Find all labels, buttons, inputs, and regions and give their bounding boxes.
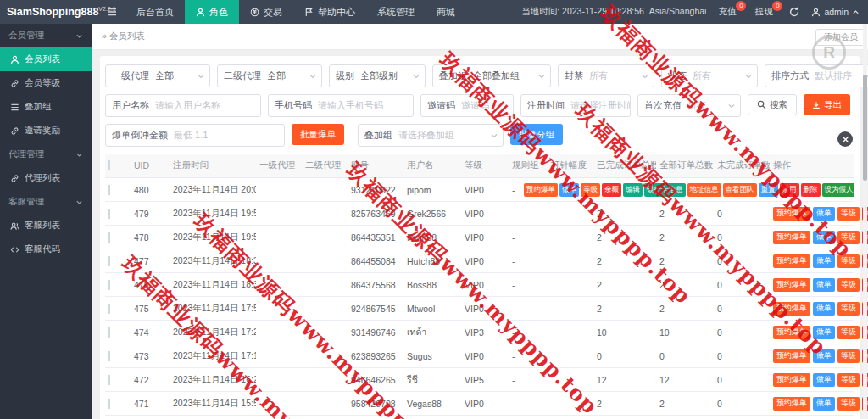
select-all-checkbox[interactable] [108, 160, 110, 170]
sidebar-section-agent-manage[interactable]: 代理管理 [0, 142, 92, 166]
sidebar-section-member-manage[interactable]: 会员管理 [0, 24, 92, 47]
filter-sort[interactable]: 排序方式默认排序 [765, 64, 868, 87]
filter-stack-group[interactable]: 叠加组全部叠加组 [432, 64, 551, 87]
row-checkbox[interactable] [108, 304, 110, 314]
action-reserve-burst[interactable]: 预约爆单 [773, 207, 810, 221]
filter-first-recharge[interactable]: 首次充值所有 [637, 94, 741, 117]
row-checkbox[interactable] [108, 327, 110, 338]
action-reserve-burst[interactable]: 预约爆单 [773, 397, 810, 411]
filter-status[interactable]: 状态所有 [661, 64, 758, 87]
row-checkbox[interactable] [108, 399, 110, 409]
action-reserve-burst[interactable]: 预约爆单 [773, 302, 810, 316]
phone-input[interactable]: 手机号码请输入手机号码 [268, 94, 414, 117]
action-address-info[interactable]: 地址信息 [687, 183, 721, 197]
action-bank-info[interactable]: 银行卡信息 [644, 183, 686, 197]
action-level[interactable]: 等级 [837, 278, 860, 292]
action-reserve-burst[interactable]: 预约爆单 [773, 326, 810, 339]
action-reserve-burst[interactable]: 预约爆单 [773, 373, 810, 387]
action-edit[interactable]: 编辑 [623, 183, 643, 197]
action-make-order[interactable]: 做单 [813, 397, 835, 411]
nav-withdraw[interactable]: 提现0 [754, 6, 777, 18]
search-button[interactable]: 搜索 [748, 94, 797, 115]
row-checkbox[interactable] [108, 351, 110, 361]
cell-actions: 预约爆单做单等级余额··· [770, 278, 868, 292]
action-make-order[interactable]: 做单 [813, 302, 835, 316]
nav-trade[interactable]: 交易 [239, 0, 293, 24]
action-balance[interactable]: 余额 [602, 183, 621, 197]
action-view-team[interactable]: 查看团队 [723, 183, 757, 197]
action-reset[interactable]: 重置 [759, 183, 778, 197]
sidebar-item-agent-list[interactable]: 代理列表 [0, 166, 92, 190]
row-checkbox[interactable] [108, 256, 110, 266]
nav-role[interactable]: 角色 [185, 0, 239, 24]
stack-group-select[interactable]: 叠加组 请选择叠加组 [358, 124, 504, 147]
action-level[interactable]: 等级 [581, 183, 600, 197]
hamburger-icon[interactable] [98, 7, 125, 17]
field-label: 用户名称 [106, 99, 155, 112]
action-level[interactable]: 等级 [837, 373, 860, 387]
action-level[interactable]: 等级 [837, 326, 860, 339]
action-make-order[interactable]: 做单 [559, 183, 579, 197]
register-time-input[interactable]: 注册时间请选择注册时间 [520, 94, 631, 117]
action-level[interactable]: 等级 [837, 254, 860, 268]
filter-first-agent[interactable]: 一级代理全部 [105, 64, 210, 87]
sidebar-section-service-manage[interactable]: 客服管理 [0, 190, 92, 214]
vertical-scrollbar[interactable] [863, 24, 867, 419]
action-reserve-burst[interactable]: 预约爆单 [773, 349, 810, 363]
action-level[interactable]: 等级 [837, 207, 860, 221]
action-reserve-burst[interactable]: 预约爆单 [773, 254, 810, 268]
action-make-order[interactable]: 做单 [813, 254, 835, 268]
bulk-group-button[interactable]: 批量分组 [510, 124, 563, 145]
column-header: UID [131, 160, 170, 170]
nav-recharge[interactable]: 充值0 [718, 6, 741, 18]
nav-help[interactable]: 帮助中心 [293, 0, 366, 24]
cell-level: VIP5 [461, 375, 509, 385]
action-set-bot[interactable]: 设为假人 [822, 183, 855, 197]
action-make-order[interactable]: 做单 [813, 326, 835, 339]
nav-mall[interactable]: 商城 [426, 0, 466, 24]
action-reserve-burst[interactable]: 预约爆单 [773, 278, 810, 292]
action-reserve-burst[interactable]: 预约爆单 [773, 231, 810, 244]
sidebar-item-member-level[interactable]: 会员等级 [0, 71, 92, 95]
link-icon [10, 174, 19, 183]
sidebar-item-invite-reward[interactable]: 邀请奖励 [0, 119, 92, 142]
row-checkbox[interactable] [108, 280, 110, 290]
bulk-burst-button[interactable]: 批量爆单 [292, 124, 344, 145]
action-disable[interactable]: 禁用 [780, 183, 799, 197]
row-checkbox[interactable] [108, 185, 110, 195]
sidebar-item-service-list[interactable]: 客服列表 [0, 214, 92, 237]
sidebar-item-service-code[interactable]: 客服代码 [0, 237, 92, 261]
chevron-down-icon [75, 32, 83, 40]
action-level[interactable]: 等级 [837, 302, 860, 316]
action-level[interactable]: 等级 [837, 231, 860, 244]
filter-ban[interactable]: 封禁所有 [558, 64, 654, 87]
row-checkbox[interactable] [108, 209, 110, 219]
action-level[interactable]: 等级 [837, 397, 860, 411]
row-checkbox[interactable] [108, 375, 110, 385]
nav-item-label: 后台首页 [136, 6, 174, 19]
nav-system[interactable]: 系统管理 [366, 0, 426, 24]
action-delete[interactable]: 删除 [801, 183, 821, 197]
user-menu[interactable]: admin [811, 7, 860, 17]
close-icon[interactable] [837, 131, 853, 147]
action-make-order[interactable]: 做单 [813, 207, 835, 221]
burst-amount-field[interactable]: 爆单倒冲金额 最低 1.1 [105, 124, 285, 147]
action-make-order[interactable]: 做单 [813, 373, 835, 387]
nav-home[interactable]: 后台首页 [125, 0, 185, 24]
export-button[interactable]: 导出 [804, 94, 850, 115]
filter-level[interactable]: 级别全部级别 [329, 64, 426, 87]
username-input[interactable]: 用户名称请输入用户名称 [105, 94, 261, 117]
action-reserve-burst[interactable]: 预约爆单 [524, 183, 558, 197]
field-placeholder: 请选择叠加组 [398, 129, 487, 142]
scrollbar-thumb[interactable] [863, 75, 867, 181]
filter-second-agent[interactable]: 二级代理全部 [217, 64, 322, 87]
action-make-order[interactable]: 做单 [813, 278, 835, 292]
action-make-order[interactable]: 做单 [813, 231, 835, 244]
sidebar-item-member-list[interactable]: 会员列表 [0, 47, 92, 71]
action-level[interactable]: 等级 [837, 349, 860, 363]
row-checkbox[interactable] [108, 232, 110, 243]
refresh-icon[interactable] [789, 7, 799, 17]
sidebar-item-stack-group[interactable]: 叠加组 [0, 95, 92, 119]
invite-code-input[interactable]: 邀请码邀请码 [420, 94, 514, 117]
action-make-order[interactable]: 做单 [813, 349, 835, 363]
